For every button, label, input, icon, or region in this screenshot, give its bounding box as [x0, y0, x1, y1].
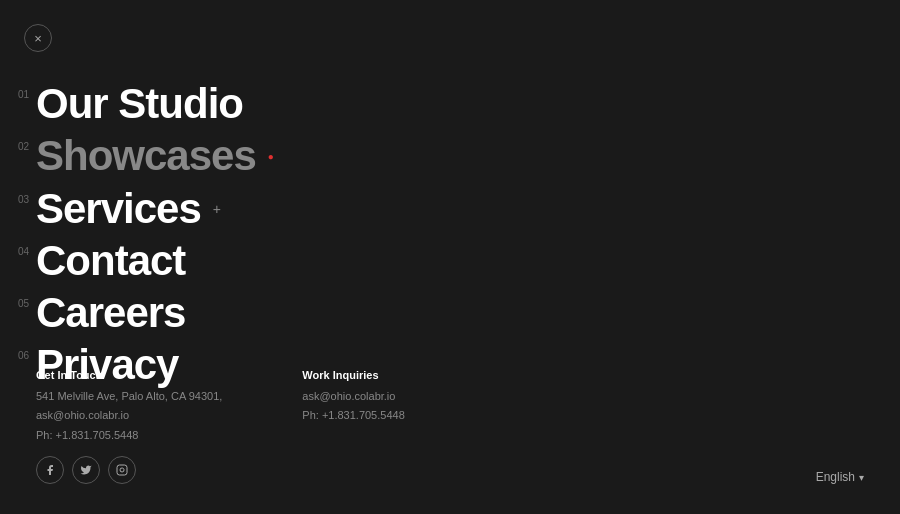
nav-item-contact[interactable]: 04 Contact: [36, 237, 274, 285]
footer-contact-col: Get In Touch 541 Melville Ave, Palo Alto…: [36, 369, 222, 485]
svg-rect-0: [117, 465, 127, 475]
nav-number-3: 03: [18, 195, 29, 205]
nav-item-careers[interactable]: 05 Careers: [36, 289, 274, 337]
language-selector[interactable]: English ▾: [816, 470, 864, 484]
nav-number-1: 01: [18, 90, 29, 100]
nav-number-4: 04: [18, 247, 29, 257]
footer-phone: Ph: +1.831.705.5448: [36, 427, 222, 444]
language-chevron-icon: ▾: [859, 472, 864, 483]
footer-work-phone: Ph: +1.831.705.5448: [302, 407, 404, 424]
close-button[interactable]: ×: [24, 24, 52, 52]
footer-contact-title: Get In Touch: [36, 369, 222, 381]
nav-item-our-studio[interactable]: 01 Our Studio: [36, 80, 274, 128]
nav-label-our-studio: Our Studio: [36, 80, 243, 128]
instagram-icon[interactable]: [108, 456, 136, 484]
showcases-dot-indicator: ●: [268, 151, 274, 162]
nav-item-services[interactable]: 03 Services +: [36, 185, 274, 233]
twitter-icon[interactable]: [72, 456, 100, 484]
nav-number-6: 06: [18, 351, 29, 361]
footer-work-col: Work Inquiries ask@ohio.colabr.io Ph: +1…: [302, 369, 404, 424]
nav-label-careers: Careers: [36, 289, 185, 337]
social-icons-group: [36, 456, 222, 484]
footer: Get In Touch 541 Melville Ave, Palo Alto…: [36, 369, 864, 485]
language-label: English: [816, 470, 855, 484]
nav-number-2: 02: [18, 142, 29, 152]
footer-email[interactable]: ask@ohio.colabr.io: [36, 407, 222, 424]
main-nav: 01 Our Studio 02 Showcases ● 03 Services…: [36, 80, 274, 394]
services-plus-indicator: +: [213, 201, 221, 217]
facebook-icon[interactable]: [36, 456, 64, 484]
nav-number-5: 05: [18, 299, 29, 309]
nav-item-showcases[interactable]: 02 Showcases ●: [36, 132, 274, 180]
footer-work-title: Work Inquiries: [302, 369, 404, 381]
nav-label-showcases: Showcases: [36, 132, 256, 180]
footer-address: 541 Melville Ave, Palo Alto, CA 94301,: [36, 388, 222, 405]
nav-label-services: Services: [36, 185, 201, 233]
footer-work-email[interactable]: ask@ohio.colabr.io: [302, 388, 404, 405]
nav-label-contact: Contact: [36, 237, 185, 285]
close-icon: ×: [34, 31, 42, 46]
